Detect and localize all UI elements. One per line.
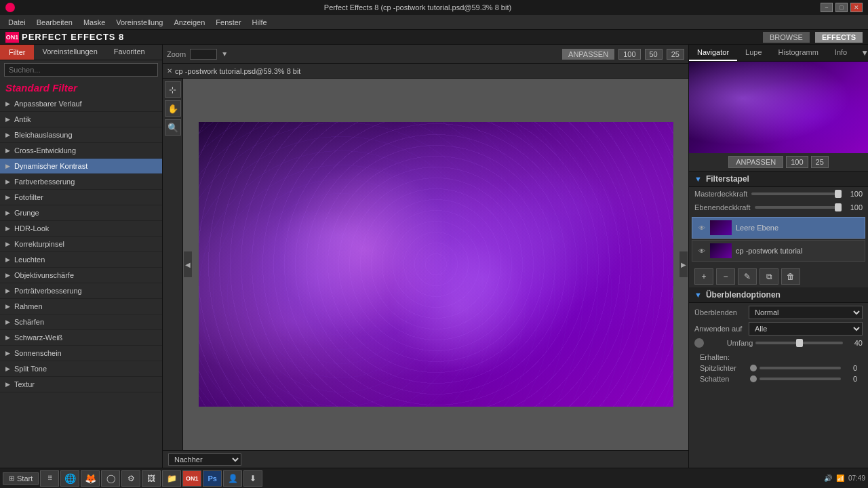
duplicate-layer-button[interactable]: ⧉ (760, 268, 778, 285)
filter-item-17[interactable]: ▶Split Tone (0, 361, 162, 377)
view-mode-select[interactable]: Nachher Vorher Vorher/Nachher (168, 453, 241, 466)
filter-item-7[interactable]: ▶Grunge (0, 205, 162, 221)
schatten-value: 0 (844, 375, 857, 383)
scope-picker-icon[interactable] (694, 338, 704, 348)
menu-item-hilfe[interactable]: Hilfe (247, 17, 273, 28)
spitzlichter-slider[interactable] (760, 367, 841, 369)
ueberblend-header[interactable]: ▼ Überblendoptionen (689, 287, 868, 303)
hand-tool-button[interactable]: ✋ (165, 100, 181, 117)
taskbar-ps-icon[interactable]: Ps (203, 470, 222, 487)
ueberblenden-select[interactable]: Normal Multiplizieren Aufhellen (749, 306, 863, 319)
tab-close-icon[interactable]: ✕ (167, 67, 172, 75)
zoom-input[interactable]: 59,3 (190, 49, 217, 60)
menu-item-fenster[interactable]: Fenster (210, 17, 246, 28)
filter-item-14[interactable]: ▶Schärfen (0, 314, 162, 330)
taskbar-icon5[interactable]: 🖼 (142, 470, 161, 487)
menu-item-datei[interactable]: Datei (3, 17, 31, 28)
right-tab-navigator[interactable]: Navigator (689, 45, 737, 61)
filter-item-1[interactable]: ▶Antik (0, 112, 162, 127)
anpassen-button[interactable]: ANPASSEN (562, 49, 614, 60)
left-tab-filter[interactable]: Filter (0, 45, 34, 60)
filter-item-15[interactable]: ▶Schwarz-Weiß (0, 330, 162, 346)
nav-anpassen-button[interactable]: ANPASSEN (728, 156, 783, 168)
zoom-arrow-icon[interactable]: ▼ (221, 50, 228, 58)
filter-item-6[interactable]: ▶Fotofilter (0, 190, 162, 205)
filter-item-2[interactable]: ▶Bleichauslassung (0, 127, 162, 143)
nav-100-button[interactable]: 100 (786, 156, 808, 168)
menu-item-anzeigen[interactable]: Anzeigen (168, 17, 210, 28)
menu-item-bearbeiten[interactable]: Bearbeiten (31, 17, 78, 28)
menu-item-voreinstellung[interactable]: Voreinstellung (111, 17, 168, 28)
taskbar-icon8[interactable]: 👤 (223, 470, 242, 487)
search-input[interactable] (4, 63, 158, 77)
ebenen-opacity-slider[interactable] (755, 206, 842, 209)
filter-item-0[interactable]: ▶Anpassbarer Verlauf (0, 96, 162, 112)
taskbar-chrome-icon[interactable]: ◯ (101, 470, 120, 487)
right-tab-histogramm[interactable]: Histogramm (770, 45, 827, 61)
size-50-button[interactable]: 50 (645, 49, 663, 60)
schatten-label: Schatten (700, 375, 747, 383)
filter-name-14: Schärfen (14, 318, 44, 326)
delete-layer-button[interactable]: 🗑 (781, 268, 800, 285)
edit-layer-button[interactable]: ✎ (738, 268, 757, 285)
left-tab-voreinstellungen[interactable]: Voreinstellungen (34, 45, 105, 60)
master-opacity-value: 100 (846, 190, 863, 198)
browse-button[interactable]: BROWSE (763, 32, 810, 43)
umfang-slider[interactable] (755, 342, 843, 344)
minimize-button[interactable]: − (821, 3, 833, 12)
filter-item-11[interactable]: ▶Objektivunschärfe (0, 268, 162, 283)
taskbar-on1-icon[interactable]: ON1 (182, 470, 201, 487)
taskbar-icon4[interactable]: ⚙ (121, 470, 140, 487)
filter-name-11: Objektivunschärfe (14, 271, 74, 279)
filter-item-18[interactable]: ▶Textur (0, 377, 162, 392)
left-tab-favoriten[interactable]: Favoriten (106, 45, 153, 60)
erhalten-title: Erhalten: (700, 353, 857, 361)
taskbar-icon6[interactable]: 📁 (162, 470, 181, 487)
nav-25-button[interactable]: 25 (811, 156, 829, 168)
taskbar-ie-icon[interactable]: 🌐 (60, 470, 79, 487)
filterstapel-header[interactable]: ▼ Filterstapel (689, 171, 868, 187)
layer-visibility-icon[interactable]: 👁 (696, 222, 707, 233)
spitzlichter-dot[interactable] (750, 365, 757, 371)
close-button[interactable]: ✕ (850, 3, 863, 12)
size-100-button[interactable]: 100 (618, 49, 640, 60)
filter-item-3[interactable]: ▶Cross-Entwicklung (0, 143, 162, 159)
start-button[interactable]: ⊞ Start (3, 472, 39, 485)
taskbar-icon9[interactable]: ⬇ (243, 470, 262, 487)
filter-item-16[interactable]: ▶Sonnenschein (0, 346, 162, 361)
size-25-button[interactable]: 25 (667, 49, 684, 60)
taskbar-dots[interactable]: ⠿ (40, 470, 59, 487)
menu-item-maske[interactable]: Maske (78, 17, 111, 28)
filter-item-13[interactable]: ▶Rahmen (0, 299, 162, 314)
remove-layer-button[interactable]: − (716, 268, 735, 285)
filter-item-4[interactable]: ▶Dynamischer Kontrast (0, 159, 162, 174)
schatten-dot[interactable] (750, 375, 757, 382)
filter-name-7: Grunge (14, 209, 39, 217)
effects-button[interactable]: EFFECTS (815, 32, 863, 43)
right-tab-lupe[interactable]: Lupe (737, 45, 770, 61)
filter-item-9[interactable]: ▶Korrekturpinsel (0, 237, 162, 252)
collapse-left-button[interactable]: ◀ (183, 251, 193, 278)
layer-thumbnail-2 (710, 243, 732, 258)
right-tab-info[interactable]: Info (827, 45, 855, 61)
collapse-right-button[interactable]: ▶ (679, 251, 688, 278)
maximize-button[interactable]: □ (835, 3, 848, 12)
filter-name-8: HDR-Look (14, 224, 49, 232)
filter-arrow-icon-0: ▶ (5, 100, 10, 107)
anwenden-select[interactable]: Alle Beleuchtung Schatten (749, 322, 863, 336)
layer-item-leere-ebene[interactable]: 👁 Leere Ebene (692, 217, 865, 239)
left-tab-bar: FilterVoreinstellungenFavoriten (0, 45, 162, 60)
taskbar-firefox-icon[interactable]: 🦊 (81, 470, 100, 487)
filter-item-8[interactable]: ▶HDR-Look (0, 221, 162, 237)
filter-item-12[interactable]: ▶Porträtverbesserung (0, 283, 162, 299)
filter-item-10[interactable]: ▶Leuchten (0, 252, 162, 268)
select-tool-button[interactable]: ⊹ (165, 81, 181, 98)
filter-item-5[interactable]: ▶Farbverbesserung (0, 174, 162, 190)
schatten-slider[interactable] (760, 378, 841, 380)
zoom-tool-button[interactable]: 🔍 (165, 119, 181, 136)
master-opacity-slider[interactable] (751, 192, 842, 195)
layer-item-cp-postwork[interactable]: 👁 cp -postwork tutorial (692, 240, 865, 262)
add-layer-button[interactable]: + (694, 268, 713, 285)
layer-visibility-icon-2[interactable]: 👁 (696, 245, 707, 256)
right-panel-settings-icon[interactable]: ▼ (855, 45, 868, 61)
